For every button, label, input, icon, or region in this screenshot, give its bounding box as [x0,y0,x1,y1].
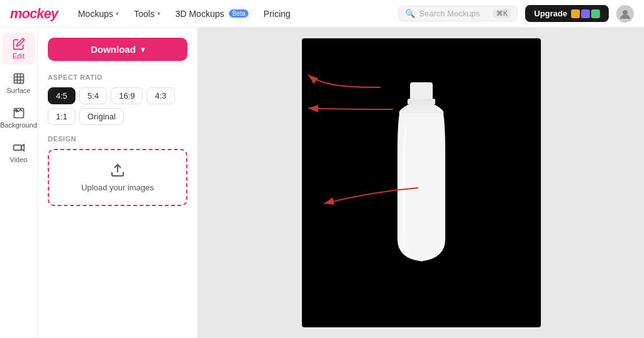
beta-badge: Beta [229,9,248,18]
search-shortcut: ⌘K [493,9,511,18]
upload-label: Upload your images [81,183,154,192]
nav-mockups[interactable]: Mockups ▾ [78,9,119,19]
download-button[interactable]: Download ▾ [48,38,187,61]
sidebar-item-edit[interactable]: Edit [3,33,35,65]
main-layout: Edit Surface Background [0,28,644,338]
mockup-container [302,38,541,327]
svg-point-7 [16,110,18,112]
sidebar-item-background[interactable]: Background [3,102,35,134]
aspect-ratio-options-row2: 1:1 Original [48,108,187,125]
aspect-btn-16-9[interactable]: 16:9 [111,87,143,104]
nav-3d-mockups[interactable]: 3D Mockups Beta [175,9,248,19]
chevron-down-icon: ▾ [116,10,119,17]
upgrade-icons [571,9,600,18]
search-bar[interactable]: 🔍 Search Mockups ⌘K [398,6,518,21]
svg-rect-1 [14,74,23,84]
icon-sidebar: Edit Surface Background [0,28,38,338]
upload-box[interactable]: Upload your images [48,149,187,206]
edit-icon [13,38,25,50]
canvas-area [198,28,644,338]
bottle-mockup [371,76,472,290]
aspect-ratio-label: ASPECT RATIO [48,74,187,81]
nav-tools[interactable]: Tools ▾ [134,9,160,19]
svg-rect-10 [410,82,433,100]
aspect-btn-1-1[interactable]: 1:1 [48,108,75,125]
background-icon [13,107,25,119]
upgrade-button[interactable]: Upgrade [525,5,609,22]
chevron-down-icon: ▾ [157,10,160,17]
aspect-btn-4-5[interactable]: 4:5 [48,87,75,104]
aspect-btn-4-3[interactable]: 4:3 [147,87,174,104]
upload-icon [110,163,125,178]
nav-right: 🔍 Search Mockups ⌘K Upgrade [398,5,634,23]
sidebar-item-video[interactable]: Video [3,136,35,168]
svg-rect-11 [408,99,435,105]
nav-pricing[interactable]: Pricing [264,9,291,19]
aspect-btn-5-4[interactable]: 5:4 [79,87,107,104]
download-label: Download [91,44,136,55]
avatar[interactable] [616,5,634,23]
aspect-ratio-options: 4:5 5:4 16:9 4:3 [48,87,187,104]
video-icon [13,141,25,154]
design-section: DESIGN Upload your images [48,135,187,206]
navbar: mockey Mockups ▾ Tools ▾ 3D Mockups Beta… [0,0,644,28]
aspect-btn-original[interactable]: Original [79,108,124,125]
svg-rect-8 [13,145,21,150]
surface-icon [13,72,25,85]
panel: Download ▾ ASPECT RATIO 4:5 5:4 16:9 4:3… [38,28,198,338]
design-label: DESIGN [48,135,187,143]
sidebar-item-surface[interactable]: Surface [3,67,35,99]
svg-point-0 [623,10,628,15]
logo[interactable]: mockey [10,6,58,22]
search-icon: 🔍 [405,9,415,18]
chevron-down-icon: ▾ [141,45,145,54]
